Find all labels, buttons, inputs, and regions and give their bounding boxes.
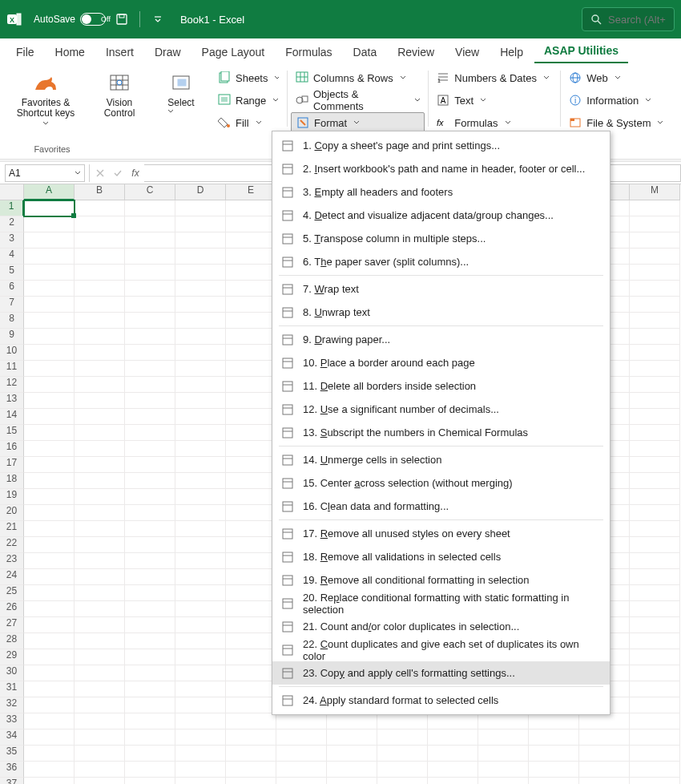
cell[interactable] [226, 681, 276, 697]
cell[interactable] [175, 313, 226, 329]
cell[interactable] [24, 601, 75, 617]
cell[interactable] [226, 746, 276, 762]
cell[interactable] [630, 553, 680, 569]
favorites-shortcut-button[interactable]: Favorites & Shortcut keys [13, 69, 79, 131]
cell[interactable] [24, 361, 75, 377]
search-box[interactable] [582, 7, 675, 31]
cell[interactable] [125, 281, 175, 297]
cell[interactable] [75, 697, 125, 713]
cell[interactable] [24, 778, 75, 784]
cell[interactable] [125, 729, 175, 746]
cell[interactable] [226, 601, 276, 617]
columns-rows-button[interactable]: Columns & Rows [291, 67, 425, 88]
cell[interactable] [75, 457, 125, 473]
row-header[interactable]: 6 [0, 281, 24, 297]
cell[interactable] [125, 649, 175, 665]
row-header[interactable]: 37 [0, 778, 24, 784]
cell[interactable] [276, 746, 327, 762]
cell[interactable] [125, 361, 175, 377]
cell[interactable] [630, 778, 680, 784]
cell[interactable] [226, 729, 276, 746]
cell[interactable] [125, 617, 175, 633]
cell[interactable] [75, 505, 125, 521]
cell[interactable] [630, 281, 680, 297]
cell[interactable] [226, 473, 276, 489]
select-button[interactable]: Select [160, 69, 202, 116]
cell[interactable] [327, 746, 377, 762]
name-box[interactable]: A1 [5, 164, 85, 182]
cell[interactable] [125, 633, 175, 649]
tab-help[interactable]: Help [490, 41, 533, 63]
cell[interactable] [377, 746, 428, 762]
menu-item-24[interactable]: 24. Apply standard format to selected ce… [272, 689, 610, 712]
cell[interactable] [125, 377, 175, 393]
cell[interactable] [75, 778, 125, 784]
menu-item-19[interactable]: 19. Remove all conditional formatting in… [272, 568, 610, 592]
information-button[interactable]: iInformation [564, 90, 678, 111]
cell[interactable] [175, 778, 226, 784]
web-button[interactable]: Web [564, 67, 678, 88]
row-header[interactable]: 10 [0, 345, 24, 361]
cell[interactable] [276, 762, 327, 778]
cell[interactable] [75, 216, 125, 232]
tab-draw[interactable]: Draw [145, 41, 191, 63]
cell[interactable] [327, 729, 377, 746]
cell[interactable] [24, 649, 75, 665]
cell[interactable] [478, 746, 529, 762]
cell[interactable] [428, 746, 478, 762]
menu-item-18[interactable]: 18. Remove all validations in selected c… [272, 545, 610, 568]
cell[interactable] [630, 713, 680, 729]
cell[interactable] [175, 681, 226, 697]
cell[interactable] [125, 441, 175, 457]
range-button[interactable]: Range [213, 90, 284, 111]
cell[interactable] [75, 232, 125, 249]
menu-item-6[interactable]: 6. The paper saver (split columns)... [272, 250, 610, 273]
row-header[interactable]: 36 [0, 762, 24, 778]
cell[interactable] [630, 265, 680, 281]
cell[interactable] [175, 729, 226, 746]
row-header[interactable]: 13 [0, 393, 24, 409]
cell[interactable] [24, 665, 75, 681]
row-header[interactable]: 24 [0, 569, 24, 585]
cell[interactable] [24, 537, 75, 553]
menu-item-4[interactable]: 4. Detect and visualize adjacent data/gr… [272, 204, 610, 227]
cell[interactable] [75, 601, 125, 617]
cell[interactable] [175, 505, 226, 521]
row-header[interactable]: 12 [0, 377, 24, 393]
cell[interactable] [24, 762, 75, 778]
cell[interactable] [327, 713, 377, 729]
menu-item-5[interactable]: 5. Transpose column in multiple steps... [272, 227, 610, 250]
cell[interactable] [24, 216, 75, 232]
cell[interactable] [630, 425, 680, 441]
cell[interactable] [24, 457, 75, 473]
cell[interactable] [75, 681, 125, 697]
enter-formula-button[interactable] [109, 164, 127, 182]
cell[interactable] [630, 601, 680, 617]
cell[interactable] [24, 681, 75, 697]
menu-item-3[interactable]: 3. Empty all headers and footers [272, 180, 610, 204]
column-header[interactable]: A [24, 184, 75, 200]
cell[interactable] [226, 537, 276, 553]
cell[interactable] [276, 713, 327, 729]
cell[interactable] [125, 313, 175, 329]
cell[interactable] [226, 697, 276, 713]
cell[interactable] [630, 329, 680, 345]
cell[interactable] [75, 665, 125, 681]
cell[interactable] [175, 200, 226, 216]
cell[interactable] [125, 569, 175, 585]
menu-item-9[interactable]: 9. Drawing paper... [272, 328, 610, 351]
cell[interactable] [175, 216, 226, 232]
cell[interactable] [75, 713, 125, 729]
cell[interactable] [175, 649, 226, 665]
numbers-dates-button[interactable]: 1Numbers & Dates [432, 67, 557, 88]
cell[interactable] [125, 457, 175, 473]
cell[interactable] [24, 377, 75, 393]
cell[interactable] [125, 425, 175, 441]
row-header[interactable]: 28 [0, 633, 24, 649]
cell[interactable] [125, 265, 175, 281]
cell[interactable] [175, 232, 226, 249]
cell[interactable] [75, 200, 125, 216]
text-button[interactable]: AText [432, 90, 557, 111]
cell[interactable] [175, 345, 226, 361]
cell[interactable] [226, 713, 276, 729]
